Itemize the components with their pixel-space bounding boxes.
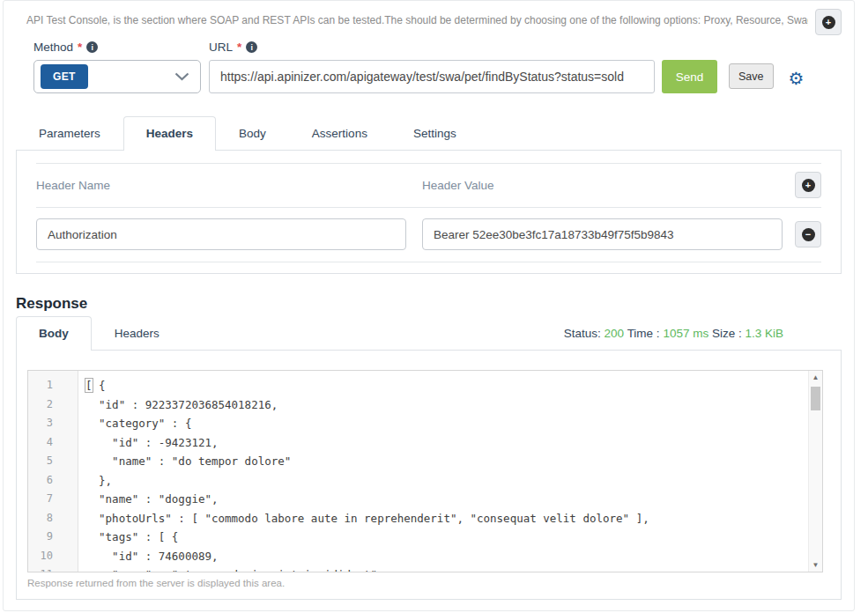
code-line: "tags" : [ { <box>85 528 822 547</box>
header-row: − <box>36 208 821 262</box>
scrollbar-up-icon[interactable]: ▲ <box>809 371 822 384</box>
size-label: Size : <box>712 327 742 340</box>
header-value-column-label: Header Value <box>422 179 795 192</box>
request-form-row: Method * i GET URL * i Send Save ⚙ <box>33 41 842 93</box>
code-line: "photoUrls" : [ "commodo labore aute in … <box>85 509 822 528</box>
status-value: 200 <box>605 327 625 340</box>
console-description: API Test Console, is the section where S… <box>26 14 808 26</box>
response-body-editor[interactable]: 1 2 3 4 5 6 7 8 9 10 11 [ { "id" : 92233… <box>27 370 823 572</box>
add-header-button[interactable]: + <box>795 172 821 198</box>
tab-body[interactable]: Body <box>216 116 289 150</box>
console-header-row: API Test Console, is the section where S… <box>16 8 842 35</box>
response-tabs: Body Headers <box>16 316 182 350</box>
code-line: "id" : 74600089, <box>85 547 822 566</box>
request-tabs: Parameters Headers Body Assertions Setti… <box>16 116 842 150</box>
editor-scrollbar[interactable]: ▲ ▼ <box>808 371 822 572</box>
status-label: Status: <box>564 327 601 340</box>
tab-headers[interactable]: Headers <box>123 116 216 151</box>
tab-settings[interactable]: Settings <box>390 116 479 150</box>
headers-table-head: Header Name Header Value + <box>36 163 821 208</box>
chevron-down-icon <box>174 72 189 81</box>
required-asterisk: * <box>237 41 241 54</box>
size-value: 1.3 KiB <box>745 327 783 340</box>
method-label: Method * i <box>33 41 201 54</box>
tab-response-headers[interactable]: Headers <box>92 316 182 350</box>
code-line: }, <box>85 471 822 491</box>
header-value-input[interactable] <box>422 218 783 250</box>
headers-table: Header Name Header Value + − <box>36 163 821 262</box>
headers-panel: Header Name Header Value + − <box>16 150 842 274</box>
scrollbar-down-icon[interactable]: ▼ <box>809 558 822 572</box>
time-value: 1057 ms <box>663 327 708 340</box>
response-title: Response <box>16 295 842 313</box>
code-line: "category" : { <box>85 414 822 433</box>
method-field: Method * i GET <box>33 41 201 93</box>
code-line: "name" : "ut commodo in sint incididunt" <box>85 565 822 572</box>
plus-circle-icon: + <box>802 179 815 192</box>
send-button[interactable]: Send <box>662 60 717 93</box>
url-info-icon[interactable]: i <box>246 41 257 53</box>
save-button[interactable]: Save <box>729 63 774 89</box>
code-line: "id" : -9423121, <box>85 433 822 453</box>
url-input[interactable] <box>209 60 655 93</box>
header-name-input[interactable] <box>36 218 406 250</box>
code-line: "id" : 9223372036854018216, <box>85 395 822 415</box>
response-status-line: Status: 200 Time : 1057 ms Size : 1.3 Ki… <box>564 327 783 340</box>
plus-circle-icon: + <box>822 16 835 29</box>
code-line: "name" : "doggie", <box>85 490 822 509</box>
response-tabs-row: Body Headers Status: 200 Time : 1057 ms … <box>16 316 842 350</box>
response-json-code: [ { "id" : 9223372036854018216, "categor… <box>78 371 822 572</box>
url-label: URL * i <box>209 41 655 54</box>
method-select[interactable]: GET <box>33 60 201 93</box>
response-footer-note: Response returned from the server is dis… <box>27 578 823 588</box>
required-asterisk: * <box>78 41 82 54</box>
scrollbar-thumb[interactable] <box>811 387 820 410</box>
method-value-badge: GET <box>41 64 88 89</box>
tab-assertions[interactable]: Assertions <box>289 116 390 150</box>
method-info-icon[interactable]: i <box>86 41 98 53</box>
add-request-button[interactable]: + <box>815 9 842 35</box>
remove-header-button[interactable]: − <box>795 221 821 247</box>
line-number-gutter: 1 2 3 4 5 6 7 8 9 10 11 <box>28 371 78 572</box>
matched-bracket: [ <box>85 379 93 392</box>
response-panel: 1 2 3 4 5 6 7 8 9 10 11 [ { "id" : 92233… <box>16 350 842 600</box>
url-field: URL * i <box>209 41 655 93</box>
code-line: "name" : "do tempor dolore" <box>85 452 822 471</box>
api-test-console: API Test Console, is the section where S… <box>3 0 855 611</box>
header-name-column-label: Header Name <box>36 179 422 192</box>
tab-response-body[interactable]: Body <box>16 316 92 351</box>
settings-gear-icon[interactable]: ⚙ <box>789 70 805 87</box>
tab-parameters[interactable]: Parameters <box>16 116 123 150</box>
code-line: [ { <box>85 376 822 395</box>
minus-circle-icon: − <box>802 228 815 241</box>
time-label: Time : <box>627 327 660 340</box>
